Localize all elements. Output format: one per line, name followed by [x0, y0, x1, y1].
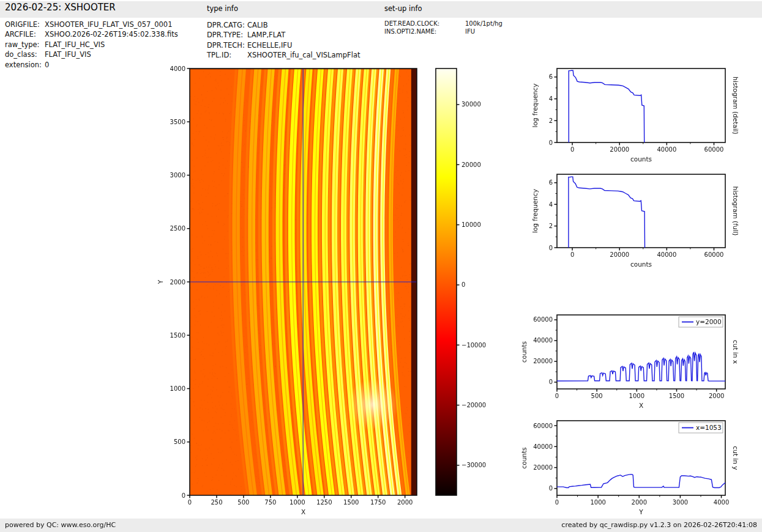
hist1-curve	[569, 70, 644, 142]
svg-text:1000: 1000	[289, 499, 305, 506]
hist1-panel: 02000040000600000246countslog frequencyh…	[531, 68, 739, 163]
svg-text:cut in y: cut in y	[732, 446, 739, 470]
origfile-label: ORIGFILE:	[5, 20, 45, 29]
svg-text:4000: 4000	[714, 499, 729, 506]
dpr-catg-value: CALIB	[247, 21, 268, 29]
dpr-type-value: LAMP,FLAT	[247, 31, 285, 39]
svg-text:0: 0	[549, 139, 553, 146]
svg-text:1000: 1000	[170, 385, 185, 392]
svg-text:40000: 40000	[657, 251, 676, 258]
svg-text:counts: counts	[630, 155, 652, 163]
setup-info-row: DET.READ.CLOCK:100k/1pt/hg	[384, 20, 502, 28]
hist2-curve	[569, 177, 645, 248]
svg-text:2000: 2000	[397, 499, 413, 506]
svg-text:0: 0	[555, 393, 559, 399]
svg-text:60000: 60000	[533, 316, 553, 323]
svg-text:60000: 60000	[533, 423, 553, 429]
svg-text:0: 0	[570, 146, 574, 153]
svg-text:Y: Y	[638, 508, 643, 515]
svg-text:40000: 40000	[533, 443, 553, 450]
cuty-curve	[557, 475, 725, 488]
file-info-row: do_class:FLAT_IFU_VIS	[5, 50, 178, 59]
origfile-value: XSHOOTER_IFU_FLAT_VIS_057_0001	[45, 20, 172, 29]
svg-text:6: 6	[549, 73, 553, 80]
svg-text:4: 4	[549, 201, 553, 208]
file-info-row: raw_type:FLAT_IFU_HC_VIS	[5, 40, 178, 50]
svg-text:log frequency: log frequency	[531, 189, 539, 233]
svg-text:6: 6	[549, 179, 553, 186]
svg-text:X: X	[301, 508, 305, 515]
rawtype-label: raw_type:	[5, 40, 45, 50]
dpr-tech-value: ECHELLE,IFU	[247, 41, 292, 50]
extension-label: extension:	[5, 60, 45, 70]
svg-text:1750: 1750	[370, 499, 386, 506]
opti2-name-label: INS.OPTI2.NAME:	[384, 28, 465, 36]
svg-text:−30000: −30000	[461, 462, 486, 468]
cutx-curve	[557, 352, 725, 381]
opti2-name-value: IFU	[465, 28, 475, 35]
svg-text:log frequency: log frequency	[531, 83, 539, 127]
svg-text:2: 2	[549, 223, 553, 229]
svg-text:0: 0	[555, 499, 559, 506]
svg-text:3000: 3000	[673, 499, 688, 506]
svg-text:10000: 10000	[461, 221, 481, 228]
svg-text:40000: 40000	[533, 337, 553, 344]
svg-text:0: 0	[188, 499, 192, 506]
svg-text:1000: 1000	[629, 393, 644, 399]
doclass-value: FLAT_IFU_VIS	[45, 50, 91, 59]
svg-text:counts: counts	[520, 341, 528, 363]
page-title: 2026-02-25: XSHOOTER	[5, 2, 116, 13]
svg-text:−10000: −10000	[461, 342, 486, 349]
setup-info-heading: set-up info	[384, 4, 422, 13]
dpr-type-label: DPR.TYPE:	[207, 30, 247, 40]
svg-text:20000: 20000	[533, 358, 553, 364]
dpr-tech-label: DPR.TECH:	[207, 40, 247, 50]
type-info-row: DPR.CATG:CALIB	[207, 20, 360, 30]
svg-text:500: 500	[237, 499, 249, 506]
svg-text:Y: Y	[157, 279, 164, 284]
file-info-row: ARCFILE:XSHOO.2026-02-26T19:45:02.338.fi…	[5, 29, 178, 39]
type-info-block: DPR.CATG:CALIB DPR.TYPE:LAMP,FLAT DPR.TE…	[207, 20, 360, 61]
svg-text:4: 4	[549, 95, 553, 102]
created-by-text: created by qc_rawdisp.py v1.2.3 on 2026-…	[561, 521, 757, 529]
arcfile-value: XSHOO.2026-02-26T19:45:02.338.fits	[45, 30, 178, 39]
svg-text:cut in x: cut in x	[732, 340, 739, 364]
svg-text:1500: 1500	[343, 499, 359, 506]
tpl-id-value: XSHOOTER_ifu_cal_VISLampFlat	[247, 51, 360, 59]
svg-text:3500: 3500	[170, 119, 185, 125]
extension-value: 0	[45, 61, 49, 69]
svg-text:60000: 60000	[704, 146, 724, 153]
arcfile-label: ARCFILE:	[5, 29, 45, 39]
svg-text:0: 0	[549, 379, 553, 385]
svg-text:3000: 3000	[170, 172, 185, 179]
dpr-catg-label: DPR.CATG:	[207, 20, 247, 30]
svg-text:y=2000: y=2000	[696, 318, 722, 325]
svg-text:0: 0	[570, 251, 574, 258]
file-info-row: extension:0	[5, 60, 178, 70]
powered-by-text: powered by QC: www.eso.org/HC	[5, 521, 116, 529]
svg-text:1500: 1500	[170, 332, 185, 339]
svg-text:20000: 20000	[533, 464, 553, 471]
cbar-panel: 3000020000100000−10000−20000−30000	[436, 68, 486, 495]
bottom-status-bar: powered by QC: www.eso.org/HC created by…	[0, 519, 762, 532]
svg-text:0: 0	[461, 281, 465, 288]
file-info-block: ORIGFILE:XSHOOTER_IFU_FLAT_VIS_057_0001 …	[5, 20, 178, 70]
tpl-id-label: TPL.ID:	[207, 50, 247, 60]
svg-text:20000: 20000	[461, 161, 481, 168]
type-info-heading: type info	[207, 4, 238, 13]
read-clock-label: DET.READ.CLOCK:	[384, 20, 465, 28]
doclass-label: do_class:	[5, 50, 45, 59]
read-clock-value: 100k/1pt/hg	[465, 20, 502, 27]
svg-text:histogram (detail): histogram (detail)	[732, 76, 739, 134]
svg-text:1250: 1250	[316, 499, 332, 506]
svg-text:x=1053: x=1053	[696, 424, 722, 431]
svg-text:40000: 40000	[657, 146, 676, 153]
svg-text:counts: counts	[520, 447, 528, 468]
svg-text:2000: 2000	[632, 499, 647, 506]
rawtype-value: FLAT_IFU_HC_VIS	[45, 40, 105, 49]
raw-flat-image	[190, 68, 417, 495]
svg-text:20000: 20000	[610, 251, 629, 258]
file-info-row: ORIGFILE:XSHOOTER_IFU_FLAT_VIS_057_0001	[5, 20, 178, 29]
svg-text:0: 0	[549, 485, 553, 492]
type-info-row: DPR.TECH:ECHELLE,IFU	[207, 40, 360, 50]
